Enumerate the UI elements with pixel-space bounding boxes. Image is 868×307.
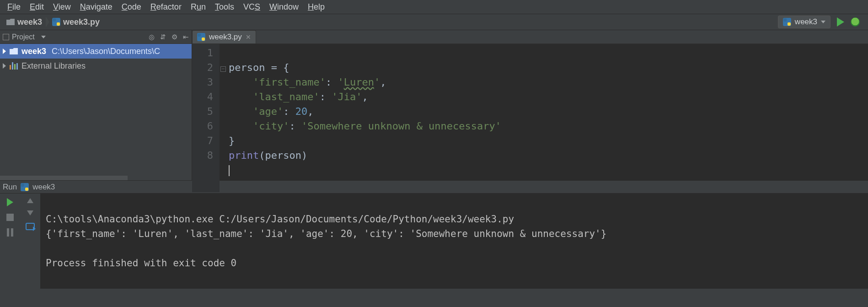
console-line: C:\tools\Anaconda3\python.exe C:/Users/J… [46,214,514,225]
stop-button[interactable] [6,214,14,221]
horizontal-scrollbar[interactable] [0,176,128,180]
tree-external-libraries[interactable]: External Libraries [0,59,192,73]
line-number: 1 [192,46,213,60]
navigation-bar: week3 week3.py week3 [0,14,868,30]
line-number: 2 [192,60,213,75]
text-caret [229,165,230,176]
run-toolbar-secondary [20,194,40,289]
editor-tab[interactable]: week3.py ✕ [192,30,256,43]
folder-icon [6,19,15,25]
library-icon [10,62,18,70]
tree-root-path: C:\Users\Jason\Documents\C [52,47,160,56]
editor: week3.py ✕ 1 2 3 4 5 6 7 8 −person = { '… [192,30,868,180]
chevron-down-icon[interactable] [41,36,46,38]
project-panel-title: Project [12,33,35,41]
menu-help[interactable]: Help [303,1,329,13]
up-stack-icon[interactable] [27,198,33,203]
breadcrumb-file-label: week3.py [63,17,100,27]
editor-tabs: week3.py ✕ [192,30,868,44]
run-panel-config: week3 [32,183,55,192]
disclosure-triangle-icon[interactable] [3,48,6,54]
pause-button[interactable] [7,228,13,237]
menu-edit[interactable]: Edit [25,1,48,13]
line-number: 5 [192,104,213,119]
menu-refactor[interactable]: Refactor [146,1,186,13]
locate-icon[interactable]: ◎ [149,33,155,41]
collapse-icon[interactable]: ⇵ [160,33,166,41]
menu-code[interactable]: Code [117,1,146,13]
menu-window[interactable]: Window [265,1,303,13]
tree-external-libraries-label: External Libraries [21,61,86,71]
menu-navigate[interactable]: Navigate [75,1,117,13]
editor-tab-label: week3.py [209,32,242,42]
menu-tools[interactable]: Tools [210,1,239,13]
run-config-label: week3 [795,17,817,27]
project-view-icon [3,34,9,40]
python-file-icon [52,18,60,26]
hide-icon[interactable]: ⇤ [183,33,189,41]
rerun-button[interactable] [7,198,13,206]
line-number: 3 [192,75,213,90]
menu-view[interactable]: View [48,1,75,13]
gear-icon[interactable]: ⚙ [171,33,177,41]
code-area[interactable]: 1 2 3 4 5 6 7 8 −person = { 'first_name'… [192,44,868,192]
tree-root-name: week3 [21,47,46,56]
console-line: {'first_name': 'Luren', 'last_name': 'Ji… [46,228,606,239]
breadcrumb-project-label: week3 [17,17,42,27]
soft-wrap-icon[interactable] [26,223,35,230]
run-config-selector[interactable]: week3 [778,16,830,28]
run-button[interactable] [837,17,844,27]
menu-bar: File Edit View Navigate Code Refactor Ru… [0,0,868,14]
debug-button[interactable] [851,17,860,27]
line-number: 8 [192,148,213,163]
menu-file[interactable]: File [3,1,25,13]
python-file-icon [197,33,205,41]
close-icon[interactable]: ✕ [246,33,251,41]
project-tree[interactable]: week3 C:\Users\Jason\Documents\C Externa… [0,44,192,180]
breadcrumb-file[interactable]: week3.py [49,16,104,28]
menu-vcs[interactable]: VCS [239,1,265,13]
code-text[interactable]: −person = { 'first_name': 'Luren', 'last… [220,44,868,192]
breadcrumb: week3 week3.py [4,16,778,28]
run-panel-title: Run [3,183,17,192]
chevron-down-icon [821,21,825,23]
line-number-gutter: 1 2 3 4 5 6 7 8 [192,44,220,192]
project-tool-window: Project ◎ ⇵ ⚙ ⇤ week3 C:\Users\Jason\Doc… [0,30,192,180]
line-number: 7 [192,134,213,148]
toolbar-right: week3 [778,16,864,28]
down-stack-icon[interactable] [27,210,33,215]
run-toolbar-primary [0,194,20,289]
line-number: 4 [192,90,213,104]
python-file-icon [783,18,791,26]
run-tool-window: Run week3 C:\tools\Anaconda3\python.exe … [0,180,868,289]
main-area: Project ◎ ⇵ ⚙ ⇤ week3 C:\Users\Jason\Doc… [0,30,868,180]
project-panel-header: Project ◎ ⇵ ⚙ ⇤ [0,30,192,44]
console-line: Process finished with exit code 0 [46,258,236,269]
fold-icon[interactable]: − [220,66,226,72]
disclosure-triangle-icon[interactable] [3,63,6,69]
python-file-icon [21,183,29,191]
console-output[interactable]: C:\tools\Anaconda3\python.exe C:/Users/J… [40,194,868,289]
breadcrumb-project[interactable]: week3 [4,16,47,28]
menu-run[interactable]: Run [186,1,210,13]
folder-icon [10,48,18,54]
tree-root[interactable]: week3 C:\Users\Jason\Documents\C [0,44,192,59]
line-number: 6 [192,119,213,134]
